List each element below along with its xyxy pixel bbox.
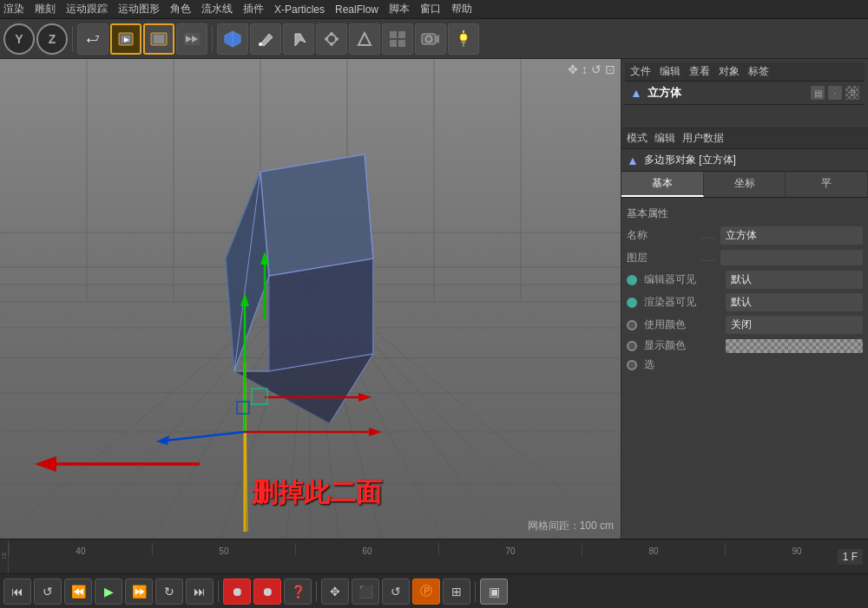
menu-window[interactable]: 窗口 <box>420 2 441 16</box>
properties-area: 基本属性 名称 …… 立方体 图层 …… 编辑器可见 默认 <box>621 198 868 539</box>
playback-end-btn[interactable]: ⏭ <box>186 579 214 605</box>
toolbar-pen-btn[interactable] <box>250 23 281 55</box>
viewport-zoom-icon[interactable]: ↕ <box>582 62 588 76</box>
toolbar-particles-btn[interactable] <box>316 23 347 55</box>
object-header: ▲ 立方体 ▤ · ⠿ <box>625 82 865 105</box>
prop-label-layer: 图层 <box>627 251 696 265</box>
tab-coords[interactable]: 坐标 <box>704 172 786 197</box>
prop-value-render-vis[interactable]: 默认 <box>726 293 863 311</box>
menu-pipeline[interactable]: 流水线 <box>201 2 233 16</box>
menu-render[interactable]: 渲染 <box>3 2 24 16</box>
prop-value-layer[interactable] <box>720 250 863 265</box>
svg-point-16 <box>330 42 333 46</box>
playback-prev-btn[interactable]: ⏪ <box>64 579 92 605</box>
menu-realflow[interactable]: RealFlow <box>335 3 378 16</box>
playback-start-btn[interactable]: ⏮ <box>3 579 31 605</box>
playback-next-btn[interactable]: ⏩ <box>125 579 153 605</box>
svg-marker-11 <box>295 34 306 46</box>
prop-value-display-color[interactable] <box>726 339 863 353</box>
tick-40: 40 <box>9 543 152 556</box>
toolbar-play-btn[interactable] <box>143 23 174 55</box>
prop-radio-select[interactable] <box>627 360 637 370</box>
bottom-controls: ⏮ ↺ ⏪ ▶ ⏩ ↻ ⏭ ⏺ ⏺ ❓ ✥ ⬛ ↺ Ⓟ ⊞ ▣ <box>0 573 868 608</box>
viewport-pan-icon[interactable]: ✥ <box>568 62 578 76</box>
menu-motion-shape[interactable]: 运动图形 <box>118 2 160 16</box>
toolbar-y-btn[interactable]: Y <box>3 23 35 55</box>
right-menu-edit[interactable]: 编辑 <box>660 64 681 79</box>
menu-xparticles[interactable]: X-Particles <box>274 3 325 16</box>
help-btn[interactable]: ❓ <box>284 579 312 605</box>
move-btn[interactable]: ✥ <box>321 579 349 605</box>
toolbar-shape-btn[interactable] <box>349 23 380 55</box>
menu-plugin[interactable]: 插件 <box>243 2 264 16</box>
menu-bar: 渲染 雕刻 运动跟踪 运动图形 角色 流水线 插件 X-Particles Re… <box>0 0 868 19</box>
right-menu-tag[interactable]: 标签 <box>748 64 769 79</box>
svg-point-14 <box>335 37 339 41</box>
obj-visibility-icon[interactable]: ▤ <box>811 86 825 100</box>
prop-menu-edit[interactable]: 编辑 <box>654 131 675 146</box>
prop-label-render-vis: 渲染器可见 <box>644 295 722 310</box>
viewport[interactable]: 删掉此二面 ✥ ↕ ↺ ⊡ 网格间距：100 cm <box>0 59 621 539</box>
timeline: ⠿ 40 50 60 70 80 90 1 F <box>0 539 868 573</box>
record-btn[interactable]: ⏺ <box>223 579 251 605</box>
viewport-fit-icon[interactable]: ⊡ <box>605 62 615 76</box>
svg-rect-18 <box>398 31 405 38</box>
playback-forward-btn[interactable]: ↻ <box>155 579 183 605</box>
layout-btn[interactable]: ▣ <box>480 579 508 605</box>
toolbar-ff-btn[interactable] <box>176 23 207 55</box>
prop-value-name[interactable]: 立方体 <box>720 226 863 245</box>
rotate-btn[interactable]: ↺ <box>382 579 410 605</box>
toolbar-light-btn[interactable] <box>448 23 479 55</box>
object-type-icon: ▲ <box>630 86 642 100</box>
poly-title-label: 多边形对象 [立方体] <box>644 153 736 167</box>
object-manager: 文件 编辑 查看 对象 标签 ▲ 立方体 ▤ · ⠿ <box>621 59 868 128</box>
render-btn[interactable]: Ⓟ <box>412 579 440 605</box>
svg-point-12 <box>327 35 336 43</box>
right-menu-object[interactable]: 对象 <box>719 64 740 79</box>
scale-btn[interactable]: ⬛ <box>352 579 379 605</box>
tab-basic[interactable]: 基本 <box>621 172 704 197</box>
timeline-track[interactable]: 40 50 60 70 80 90 1 F <box>9 539 868 573</box>
right-menu-view[interactable]: 查看 <box>689 64 710 79</box>
menu-character[interactable]: 角色 <box>170 2 191 16</box>
object-name-label: 立方体 <box>648 85 681 101</box>
obj-dots-icon[interactable]: · <box>828 86 842 100</box>
record-alt-btn[interactable]: ⏺ <box>253 579 281 605</box>
playback-rewind-btn[interactable]: ↺ <box>34 579 62 605</box>
svg-point-10 <box>259 42 262 46</box>
toolbar-cube-btn[interactable] <box>217 23 248 55</box>
toolbar-select-btn[interactable] <box>283 23 314 55</box>
prop-value-use-color[interactable]: 关闭 <box>726 316 863 334</box>
tab-flat[interactable]: 平 <box>786 172 868 197</box>
menu-script[interactable]: 脚本 <box>389 2 410 16</box>
menu-help[interactable]: 帮助 <box>451 2 472 16</box>
prop-dots-name: …… <box>700 231 717 240</box>
svg-rect-19 <box>390 40 397 47</box>
toolbar-record-btn[interactable] <box>110 23 141 55</box>
tick-60: 60 <box>295 543 438 556</box>
toolbar-camera-btn[interactable] <box>415 23 446 55</box>
prop-value-editor-vis[interactable]: 默认 <box>726 271 863 289</box>
prop-menu-userdata[interactable]: 用户数据 <box>682 131 724 146</box>
prop-menu-mode[interactable]: 模式 <box>627 131 648 146</box>
right-menu-file[interactable]: 文件 <box>630 64 651 79</box>
svg-point-13 <box>330 32 333 36</box>
prop-row-select: 选 <box>627 357 863 372</box>
toolbar-z-btn[interactable]: Z <box>36 23 68 55</box>
prop-radio-render-vis[interactable] <box>627 297 637 308</box>
toolbar-back-btn[interactable]: ⮐ <box>77 23 108 55</box>
prop-radio-display-color[interactable] <box>627 341 637 351</box>
menu-sculpt[interactable]: 雕刻 <box>35 2 56 16</box>
prop-radio-editor-vis[interactable] <box>627 275 637 285</box>
prop-radio-use-color[interactable] <box>627 320 637 330</box>
bottom-sep-2 <box>316 581 317 602</box>
playback-play-btn[interactable]: ▶ <box>95 579 122 605</box>
timeline-numbers: 40 50 60 70 80 90 <box>9 539 868 573</box>
viewport-rotate-icon[interactable]: ↺ <box>591 62 602 76</box>
grid-toggle-btn[interactable]: ⊞ <box>443 579 470 605</box>
toolbar-grid-btn[interactable] <box>382 23 413 55</box>
obj-checkerboard-icon[interactable]: ⠿ <box>845 86 859 100</box>
prop-label-display-color: 显示颜色 <box>644 338 722 353</box>
menu-motion-track[interactable]: 运动跟踪 <box>66 2 108 16</box>
object-manager-empty <box>625 105 865 122</box>
